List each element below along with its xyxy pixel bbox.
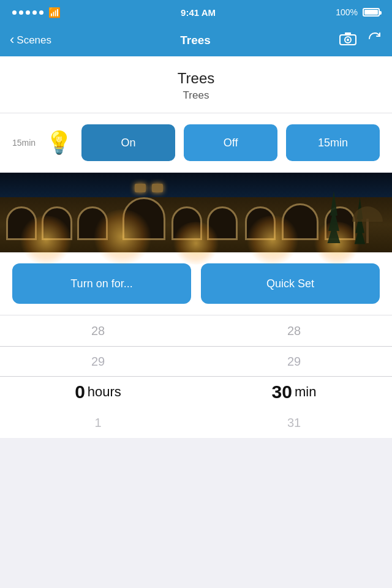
back-button[interactable]: ‹ Scenes (10, 33, 51, 48)
refresh-button[interactable] (368, 31, 382, 50)
fifteen-min-button[interactable]: 15min (286, 124, 380, 161)
status-left: 📶 (12, 7, 61, 18)
turn-on-for-button[interactable]: Turn on for... (12, 263, 191, 304)
svg-point-3 (347, 39, 349, 41)
picker-grid: 28 29 0hours 1 2 28 29 30min 31 32 (0, 315, 392, 438)
picker-item-above-min: 28 (196, 315, 392, 346)
svg-rect-2 (345, 32, 351, 36)
min-label: min (295, 384, 316, 400)
picker-item-below-min: 31 (196, 407, 392, 438)
nav-title: Trees (180, 34, 211, 47)
status-bar: 📶 9:41 AM 100% (0, 0, 392, 24)
quick-set-button[interactable]: Quick Set (201, 263, 380, 304)
hours-column[interactable]: 28 29 0hours 1 2 (0, 315, 196, 438)
status-right: 100% (336, 7, 380, 17)
on-button[interactable]: On (81, 124, 175, 161)
off-button[interactable]: Off (184, 124, 277, 161)
scene-sub-title: Trees (12, 89, 380, 102)
picker-item-above-hours: 28 (0, 315, 196, 346)
bulb-icon: 💡 (45, 132, 73, 154)
scene-main-title: Trees (12, 70, 380, 87)
timer-label: 15min (12, 138, 36, 148)
status-time: 9:41 AM (181, 7, 216, 18)
scene-title-section: Trees Trees (0, 56, 392, 113)
wifi-icon: 📶 (48, 7, 61, 18)
scene-image (0, 173, 392, 252)
nav-icons (339, 31, 382, 50)
back-label: Scenes (17, 34, 51, 47)
picker-item-hours: 0hours (0, 377, 196, 407)
chevron-left-icon: ‹ (10, 32, 14, 48)
picker-item-above2-hours: 29 (0, 346, 196, 377)
picker-item-minutes: 30min (196, 377, 392, 407)
time-picker[interactable]: 28 29 0hours 1 2 28 29 30min 31 32 (0, 315, 392, 438)
camera-button[interactable] (339, 32, 356, 49)
hours-label: hours (88, 384, 121, 400)
minutes-column[interactable]: 28 29 30min 31 32 (196, 315, 392, 438)
nav-bar: ‹ Scenes Trees (0, 24, 392, 56)
controls-section: 15min 💡 On Off 15min (0, 113, 392, 173)
battery-icon (363, 8, 380, 17)
signal-dots (12, 10, 43, 15)
battery-percent: 100% (336, 7, 358, 17)
picker-item-below-hours: 1 (0, 407, 196, 438)
main-content: Trees Trees 15min 💡 On Off 15min (0, 56, 392, 588)
picker-item-above2-min: 29 (196, 346, 392, 377)
